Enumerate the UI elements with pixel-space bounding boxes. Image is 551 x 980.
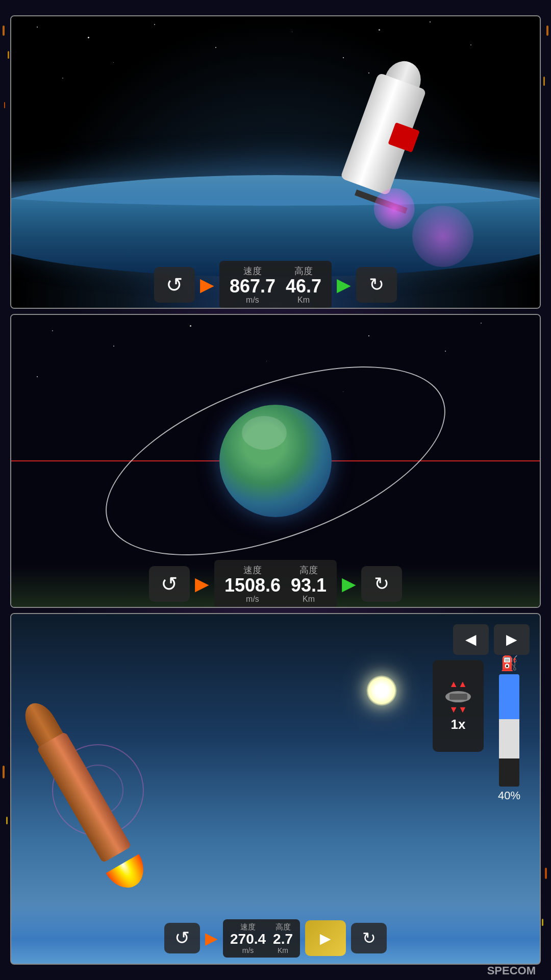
nav-right-button[interactable]: ▶ bbox=[494, 624, 530, 655]
altitude-section-3: 高度 2.7 Km bbox=[273, 922, 293, 954]
speed-unit-2: m/s bbox=[246, 595, 259, 604]
altitude-section-2: 高度 93.1 Km bbox=[291, 564, 327, 604]
throttle-up-arrows: ▲▲ bbox=[449, 679, 467, 689]
atmosphere-layer bbox=[10, 175, 541, 206]
reset-button-2[interactable]: ↺ bbox=[149, 566, 190, 602]
nav-left-button[interactable]: ◀ bbox=[453, 624, 489, 655]
camera-icon-1: ↻ bbox=[369, 274, 384, 296]
speed-label-3: 速度 bbox=[240, 922, 256, 932]
camera-icon-3: ↻ bbox=[362, 928, 376, 948]
speed-section-3: 速度 270.4 m/s bbox=[230, 922, 266, 954]
throttle-multiplier-label: 1x bbox=[451, 717, 466, 732]
fuel-percent-label: 40% bbox=[498, 789, 520, 802]
camera-button-3[interactable]: ↻ bbox=[351, 923, 387, 953]
altitude-value-2: 93.1 bbox=[291, 576, 327, 595]
throttle-dial[interactable] bbox=[445, 691, 471, 702]
nav-green-arrow-1[interactable]: ▶ bbox=[337, 274, 351, 296]
stage-icon-3: ▶ bbox=[320, 930, 331, 947]
camera-button-2[interactable]: ↻ bbox=[361, 566, 402, 602]
nav-left-icon: ◀ bbox=[465, 631, 477, 648]
speed-value-2: 1508.6 bbox=[224, 576, 281, 595]
reset-icon-3: ↺ bbox=[174, 927, 190, 949]
watermark: SPECOM bbox=[487, 964, 536, 977]
nav-orange-arrow-3[interactable]: ▶ bbox=[205, 928, 218, 948]
nav-green-arrow-2[interactable]: ▶ bbox=[342, 573, 356, 595]
throttle-control[interactable]: ▲▲ ▼▼ 1x bbox=[433, 660, 484, 752]
speed-section-2: 速度 1508.6 m/s bbox=[224, 564, 281, 604]
nav-right-icon: ▶ bbox=[506, 631, 517, 648]
panel-2-orbit-view: ↺ ▶ 速度 1508.6 m/s 高度 93.1 Km ▶ ↻ bbox=[10, 314, 541, 607]
altitude-value-3: 2.7 bbox=[273, 932, 293, 946]
stage-button-3[interactable]: ▶ bbox=[305, 920, 346, 956]
speed-section-1: 速度 867.7 m/s bbox=[230, 265, 276, 305]
sun bbox=[366, 675, 397, 706]
nav-orange-arrow-2[interactable]: ▶ bbox=[195, 573, 209, 595]
reset-button-3[interactable]: ↺ bbox=[164, 923, 200, 953]
fuel-icon: ⛽ bbox=[500, 655, 518, 672]
nav-orange-arrow-1[interactable]: ▶ bbox=[200, 274, 214, 296]
fuel-bar-container bbox=[499, 674, 519, 787]
speed-unit-1: m/s bbox=[246, 296, 259, 305]
panel-1-space-view: ↺ ▶ 速度 867.7 m/s 高度 46.7 Km ▶ ↻ bbox=[10, 15, 541, 309]
fuel-bar-white bbox=[499, 719, 519, 758]
speed-display-3: 速度 270.4 m/s 高度 2.7 Km bbox=[223, 919, 300, 958]
reset-icon-1: ↺ bbox=[166, 273, 183, 297]
altitude-unit-3: Km bbox=[278, 946, 288, 954]
fuel-gauge: ⛽ 40% bbox=[489, 655, 530, 808]
panel-3-launch-view: ◀ ▶ ⛽ 40% ▲▲ ▼▼ 1x bbox=[10, 613, 541, 965]
altitude-value-1: 46.7 bbox=[286, 277, 321, 296]
altitude-label-2: 高度 bbox=[299, 564, 318, 576]
speed-display-2: 速度 1508.6 m/s 高度 93.1 Km bbox=[214, 560, 337, 608]
altitude-label-3: 高度 bbox=[276, 922, 291, 932]
speed-display-1: 速度 867.7 m/s 高度 46.7 Km bbox=[219, 261, 332, 309]
speed-unit-3: m/s bbox=[242, 946, 254, 954]
reset-icon-2: ↺ bbox=[161, 572, 178, 596]
camera-icon-2: ↻ bbox=[374, 573, 389, 595]
hud-bar-2: ↺ ▶ 速度 1508.6 m/s 高度 93.1 Km ▶ ↻ bbox=[11, 561, 540, 607]
hud-bar-1: ↺ ▶ 速度 867.7 m/s 高度 46.7 Km ▶ ↻ bbox=[11, 262, 540, 308]
reset-button-1[interactable]: ↺ bbox=[154, 267, 195, 303]
speed-value-3: 270.4 bbox=[230, 932, 266, 946]
rocket-window-1 bbox=[388, 122, 419, 153]
altitude-section-1: 高度 46.7 Km bbox=[286, 265, 321, 305]
speed-value-1: 867.7 bbox=[230, 277, 276, 296]
throttle-dial-inner bbox=[449, 694, 467, 700]
camera-button-1[interactable]: ↻ bbox=[356, 267, 397, 303]
speed-label-2: 速度 bbox=[243, 564, 262, 576]
rocket-body-1 bbox=[340, 72, 427, 195]
throttle-down-arrows: ▼▼ bbox=[449, 705, 467, 714]
altitude-unit-2: Km bbox=[303, 595, 315, 604]
altitude-unit-1: Km bbox=[297, 296, 310, 305]
main-container: ↺ ▶ 速度 867.7 m/s 高度 46.7 Km ▶ ↻ bbox=[10, 15, 541, 965]
engine-glow-1 bbox=[412, 206, 473, 267]
nav-arrows-3: ◀ ▶ bbox=[453, 624, 530, 655]
hud-bar-3: ↺ ▶ 速度 270.4 m/s 高度 2.7 Km ▶ ↻ bbox=[11, 913, 540, 964]
fuel-bar-blue bbox=[499, 674, 519, 719]
